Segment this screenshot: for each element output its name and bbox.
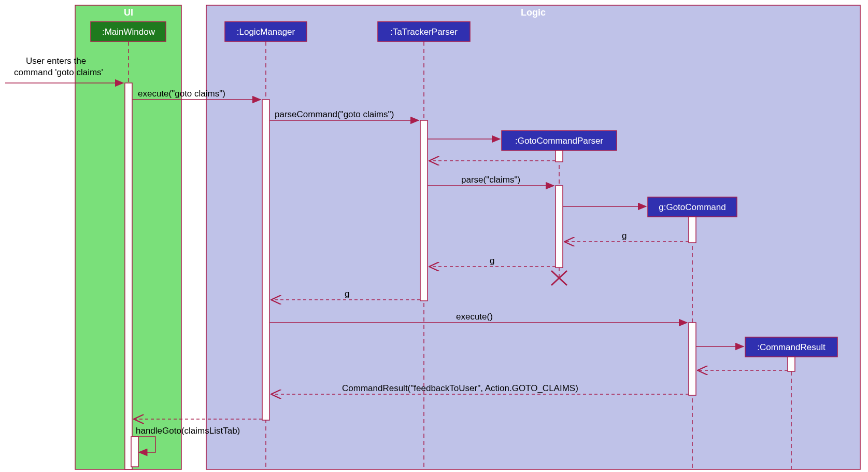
msg-handlegoto: handleGoto(claimsListTab) [136, 426, 240, 436]
msg-commandresult: CommandResult("feedbackToUser", Action.G… [342, 383, 578, 393]
ui-container-label: UI [124, 7, 133, 18]
gc-activation-2 [689, 323, 696, 395]
logic-container-label: Logic [521, 7, 546, 18]
msg-g1: g [622, 231, 627, 241]
msg-g2: g [490, 256, 494, 266]
msg-parse-claims: parse("claims") [461, 175, 520, 185]
sequence-diagram: UI Logic :MainWindow :LogicManager :TaTr… [0, 0, 868, 472]
gcp-activation-2 [556, 186, 563, 268]
logicmanager-activation [262, 100, 269, 420]
tatrackerparser-activation [420, 120, 428, 301]
mainwindow-activation-2 [131, 437, 138, 467]
mainwindow-activation [125, 83, 132, 469]
msg-g3: g [345, 289, 349, 299]
msg-parsecommand: parseCommand("goto claims") [275, 109, 394, 119]
gc-activation-1 [689, 217, 696, 243]
user-enters-line1: User enters the [26, 56, 86, 66]
logic-container [206, 5, 860, 469]
gotocommandparser-label: :GotoCommandParser [515, 136, 603, 146]
logicmanager-label: :LogicManager [237, 27, 295, 37]
msg-execute-empty: execute() [456, 312, 493, 322]
gotocommand-label: g:GotoCommand [659, 202, 725, 212]
mainwindow-label: :MainWindow [102, 27, 155, 37]
commandresult-label: :CommandResult [757, 342, 826, 352]
cr-activation [788, 357, 795, 371]
user-enters-line2: command 'goto claims' [14, 67, 103, 77]
gcp-activation-1 [556, 150, 563, 162]
tatrackerparser-label: :TaTrackerParser [390, 27, 458, 37]
msg-execute: execute("goto claims") [138, 89, 225, 99]
